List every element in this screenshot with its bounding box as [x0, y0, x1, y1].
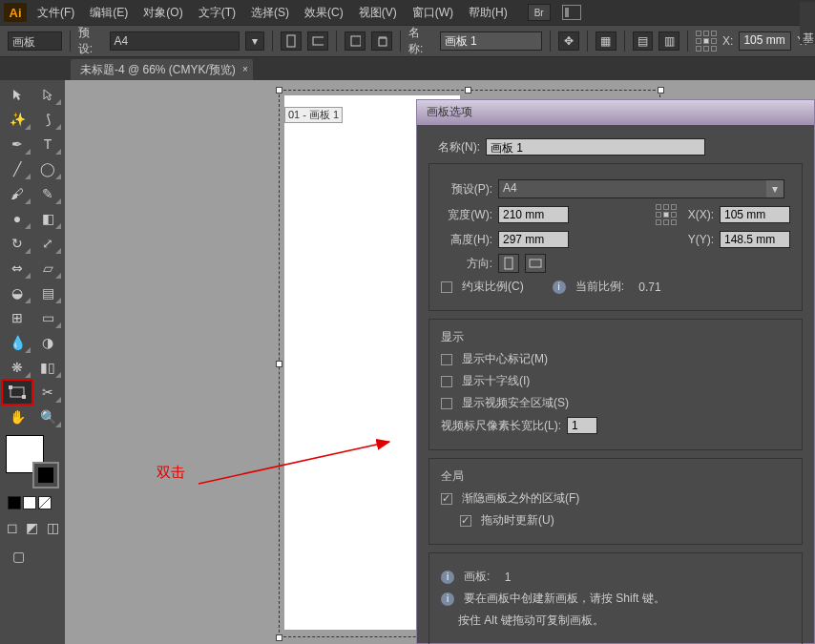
x-field[interactable]: 105 mm [739, 31, 791, 51]
preset-select[interactable]: A4▾ [498, 179, 784, 198]
eyedropper-tool[interactable]: 💧 [3, 331, 31, 354]
new-artboard-icon[interactable] [345, 31, 366, 51]
name-field[interactable]: 画板 1 [440, 31, 543, 51]
color-mode-icon[interactable] [8, 496, 21, 509]
x-label: X(X): [688, 208, 714, 221]
fade-checkbox[interactable] [441, 493, 452, 505]
zoom-tool[interactable]: 🔍 [33, 405, 62, 428]
graph-tool[interactable]: ▮▯ [33, 356, 62, 379]
direct-selection-tool[interactable] [33, 83, 62, 106]
reference-point-icon[interactable] [656, 204, 677, 225]
show-center-checkbox[interactable] [441, 354, 452, 365]
delete-artboard-icon[interactable] [371, 31, 392, 51]
pixel-ar-input[interactable]: 1 [567, 417, 597, 434]
bridge-button[interactable]: Br [528, 4, 551, 21]
global-header: 全局 [441, 468, 790, 485]
free-transform-tool[interactable]: ▱ [33, 257, 62, 280]
shape-builder-tool[interactable]: ◒ [3, 281, 31, 304]
info-icon: i [441, 571, 454, 584]
y-input[interactable]: 148.5 mm [720, 231, 790, 248]
menu-file[interactable]: 文件(F) [32, 3, 79, 23]
handle-w[interactable] [276, 361, 282, 367]
handle-ne[interactable] [658, 87, 664, 93]
menu-select[interactable]: 选择(S) [246, 3, 294, 23]
reference-point-icon[interactable] [696, 31, 717, 52]
menu-window[interactable]: 窗口(W) [408, 3, 458, 23]
width-tool[interactable]: ⇔ [3, 257, 31, 280]
draw-inside-icon[interactable]: ◫ [44, 516, 62, 539]
ellipse-tool[interactable]: ◯ [33, 157, 62, 180]
artboard-options-icon[interactable]: ▦ [596, 31, 616, 51]
orient-portrait-icon[interactable] [281, 31, 302, 51]
gradient-mode-icon[interactable] [23, 496, 36, 509]
arrange-icon[interactable]: ▥ [658, 31, 679, 51]
height-input[interactable]: 297 mm [498, 231, 569, 248]
draw-behind-icon[interactable]: ◩ [23, 516, 41, 539]
lasso-tool[interactable]: ⟆ [33, 108, 62, 131]
pencil-tool[interactable]: ✎ [33, 182, 62, 205]
blob-brush-tool[interactable]: ● [3, 207, 31, 230]
x-input[interactable]: 105 mm [720, 206, 790, 223]
info-icon: i [441, 592, 454, 606]
global-panel: 全局 渐隐画板之外的区域(F) 拖动时更新(U) [428, 458, 803, 545]
options-bar: 画板 预设: A4 ▾ 名称: 画板 1 ✥ ▦ ▤ ▥ X: 105 mm Y… [0, 25, 815, 57]
perspective-tool[interactable]: ▤ [33, 281, 62, 304]
pixel-ar-label: 视频标尺像素长宽比(L): [441, 418, 561, 434]
menu-effect[interactable]: 效果(C) [300, 3, 348, 23]
type-tool[interactable]: T [33, 133, 62, 156]
none-mode-icon[interactable] [38, 496, 52, 509]
handle-n[interactable] [465, 87, 471, 93]
name-input[interactable]: 画板 1 [486, 138, 705, 156]
line-tool[interactable]: ╱ [3, 157, 31, 180]
orient-landscape-icon[interactable] [307, 31, 328, 51]
preset-select[interactable]: A4 [110, 31, 240, 51]
menu-edit[interactable]: 编辑(E) [85, 3, 133, 23]
menu-type[interactable]: 文字(T) [194, 3, 240, 23]
constrain-label: 约束比例(C) [462, 279, 524, 295]
width-input[interactable]: 210 mm [498, 206, 569, 223]
handle-sw[interactable] [276, 634, 282, 641]
menu-object[interactable]: 对象(O) [138, 3, 187, 23]
orient-portrait-button[interactable] [498, 254, 519, 273]
show-cross-label: 显示十字线(I) [462, 373, 530, 389]
menu-view[interactable]: 视图(V) [354, 3, 402, 23]
draw-normal-icon[interactable]: ◻ [3, 516, 21, 539]
fill-stroke-swatch[interactable] [6, 435, 59, 488]
blend-tool[interactable]: ◑ [33, 331, 62, 354]
handle-nw[interactable] [276, 87, 282, 93]
svg-rect-1 [313, 37, 324, 45]
hand-tool[interactable]: ✋ [3, 405, 31, 428]
constrain-checkbox[interactable] [441, 281, 452, 293]
close-icon[interactable]: × [242, 64, 248, 74]
rotate-tool[interactable]: ↻ [3, 232, 31, 255]
mesh-tool[interactable]: ⊞ [3, 306, 31, 329]
pen-tool[interactable]: ✒ [3, 133, 31, 156]
selection-tool[interactable] [3, 83, 31, 106]
orient-landscape-button[interactable] [525, 254, 546, 273]
eraser-tool[interactable]: ◧ [33, 207, 62, 230]
svg-rect-5 [10, 387, 24, 397]
screen-mode-icon[interactable]: ▢ [3, 545, 33, 568]
move-art-icon[interactable]: ✥ [558, 31, 579, 51]
doc-tab-title: 未标题-4 @ 66% (CMYK/预览) [80, 63, 236, 76]
scale-tool[interactable]: ⤢ [33, 232, 62, 255]
right-tab[interactable]: 基 [800, 2, 815, 44]
show-safe-checkbox[interactable] [441, 398, 452, 409]
magic-wand-tool[interactable]: ✨ [3, 108, 31, 131]
artboard-tool[interactable] [3, 381, 31, 404]
tip-1: 要在画板中创建新画板，请按 Shift 键。 [464, 591, 665, 607]
count-label: 画板: [464, 569, 490, 585]
toolbox: ✨ ⟆ ✒ T ╱ ◯ 🖌 ✎ ● ◧ ↻ ⤢ ⇔ ▱ ◒ ▤ ⊞ ▭ 💧 ◑ … [0, 80, 65, 571]
slice-tool[interactable]: ✂ [33, 381, 62, 404]
gradient-tool[interactable]: ▭ [33, 306, 62, 329]
align-icon[interactable]: ▤ [633, 31, 654, 51]
doc-tab[interactable]: 未标题-4 @ 66% (CMYK/预览) × [71, 59, 253, 80]
symbol-sprayer-tool[interactable]: ❋ [3, 356, 31, 379]
paintbrush-tool[interactable]: 🖌 [3, 182, 31, 205]
preset-dropdown-icon[interactable]: ▾ [245, 31, 264, 51]
show-cross-checkbox[interactable] [441, 376, 452, 387]
layout-icon[interactable] [562, 5, 581, 20]
menu-help[interactable]: 帮助(H) [464, 3, 512, 23]
drag-update-checkbox[interactable] [460, 515, 471, 527]
width-label: 宽度(W): [441, 207, 492, 223]
